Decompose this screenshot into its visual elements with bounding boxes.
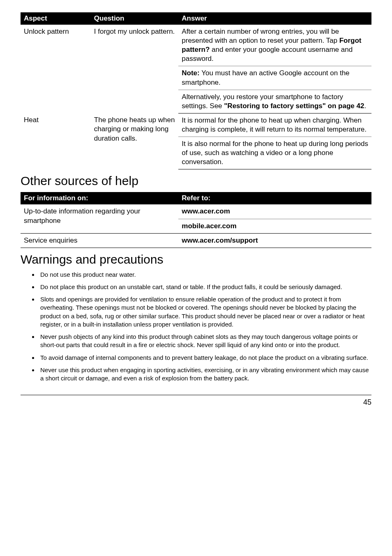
refer-cell: mobile.acer.com [178, 219, 371, 233]
page-number: 45 [21, 395, 371, 407]
refer-cell: www.acer.com [178, 204, 371, 219]
aspect-cell: Unlock pattern [21, 25, 91, 113]
answer-cell: It is normal for the phone to heat up wh… [178, 113, 371, 137]
header-answer: Answer [178, 12, 371, 25]
table-row: Up-to-date information regarding your sm… [21, 204, 371, 219]
question-cell: The phone heats up when charging or maki… [91, 113, 179, 169]
header-question: Question [91, 12, 179, 25]
answer-text-bold: "Restoring to factory settings" on page … [224, 102, 364, 110]
faq-table-header-row: Aspect Question Answer [21, 12, 371, 25]
answer-text-pre: It is normal for the phone to heat up wh… [182, 116, 367, 133]
answer-text-post: You must have an active Google account o… [182, 69, 349, 86]
info-cell: Up-to-date information regarding your sm… [21, 204, 178, 233]
answer-cell: Note: You must have an active Google acc… [178, 66, 371, 90]
help-table-header-row: For information on: Refer to: [21, 192, 371, 204]
list-item: Never push objects of any kind into this… [39, 333, 371, 350]
help-table: For information on: Refer to: Up-to-date… [21, 192, 371, 248]
list-item: Never use this product when engaging in … [39, 366, 371, 383]
header-info: For information on: [21, 192, 178, 204]
header-refer: Refer to: [178, 192, 371, 204]
aspect-cell: Heat [21, 113, 91, 169]
question-cell: I forgot my unlock pattern. [91, 25, 179, 113]
list-item: Do not use this product near water. [39, 271, 371, 279]
list-item: Slots and openings are provided for vent… [39, 295, 371, 329]
answer-text-post: . [364, 102, 366, 110]
table-row: Service enquiries www.acer.com/support [21, 233, 371, 248]
answer-text-pre: After a certain number of wrong entries,… [182, 28, 339, 44]
list-item: To avoid damage of internal components a… [39, 354, 371, 362]
info-cell: Service enquiries [21, 233, 178, 248]
table-row: Heat The phone heats up when charging or… [21, 113, 371, 137]
section-title-help: Other sources of help [21, 173, 371, 189]
refer-cell: www.acer.com/support [178, 233, 371, 248]
answer-cell: It is also normal for the phone to heat … [178, 137, 371, 169]
table-row: Unlock pattern I forgot my unlock patter… [21, 25, 371, 66]
answer-cell: After a certain number of wrong entries,… [178, 25, 371, 66]
section-title-warnings: Warnings and precautions [21, 251, 371, 267]
answer-text-pre: It is also normal for the phone to heat … [182, 140, 368, 166]
header-aspect: Aspect [21, 12, 91, 25]
warning-list: Do not use this product near water. Do n… [21, 271, 371, 383]
answer-text-bold: Note: [182, 69, 199, 77]
answer-cell: Alternatively, you restore your smartpho… [178, 90, 371, 113]
list-item: Do not place this product on an unstable… [39, 283, 371, 291]
faq-table: Aspect Question Answer Unlock pattern I … [21, 12, 371, 169]
